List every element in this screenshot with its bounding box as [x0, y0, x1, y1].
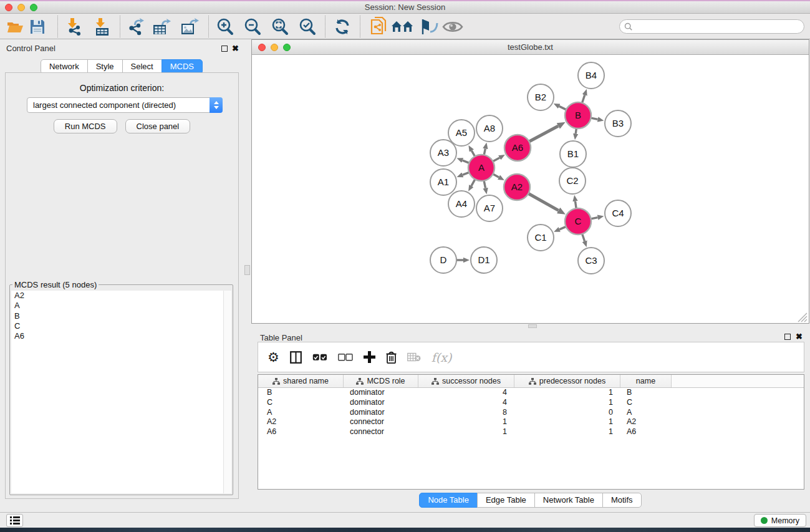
network-graph[interactable]: B4B2BB3A8A5A6A3B1AC2A1A2A4A7C4CC1C3DD1 [252, 55, 809, 324]
network-node[interactable]: C3 [578, 248, 604, 274]
network-edge[interactable] [582, 234, 585, 241]
column-header-name[interactable]: name [620, 375, 672, 387]
network-node[interactable]: B1 [560, 141, 586, 167]
network-edge[interactable] [529, 126, 559, 142]
table-tab-network-table[interactable]: Network Table [534, 493, 603, 508]
table-cell[interactable]: 1 [514, 398, 620, 408]
open-file-icon[interactable] [5, 14, 25, 39]
show-columns-icon[interactable] [290, 351, 302, 364]
network-node[interactable]: A1 [430, 169, 456, 195]
network-node[interactable]: B3 [605, 110, 631, 137]
export-network-icon[interactable] [125, 14, 148, 39]
column-header-MCDS-role[interactable]: MCDS role [344, 375, 418, 387]
network-node[interactable]: A3 [430, 140, 456, 166]
network-edge[interactable] [484, 148, 485, 155]
table-row[interactable]: Adominator80A [258, 408, 804, 418]
result-list-item[interactable]: A [11, 301, 231, 311]
table-cell[interactable]: dominator [344, 388, 418, 398]
result-list-item[interactable]: A6 [11, 331, 231, 341]
table-cell[interactable]: C [620, 398, 672, 408]
export-table-icon[interactable] [150, 14, 173, 39]
network-node[interactable]: D1 [471, 247, 497, 273]
vertical-splitter-grip[interactable] [244, 265, 250, 275]
table-cell[interactable]: connector [344, 417, 418, 427]
duplicate-network-icon[interactable] [367, 14, 390, 39]
network-edge[interactable] [484, 181, 485, 188]
column-header-predecessor-nodes[interactable]: predecessor nodes [514, 375, 620, 387]
network-node[interactable]: A8 [476, 115, 503, 142]
table-cell[interactable]: 1 [514, 427, 620, 437]
network-node[interactable]: D [430, 247, 456, 273]
criterion-select[interactable]: largest connected component (directed) [27, 97, 223, 113]
result-list-item[interactable]: C [11, 321, 231, 331]
horizontal-splitter[interactable] [251, 324, 810, 329]
network-edge[interactable] [471, 179, 475, 186]
table-cell[interactable]: dominator [344, 398, 418, 408]
network-node[interactable]: A5 [448, 120, 475, 146]
window-resize-grip[interactable] [798, 313, 807, 322]
table-settings-gear-icon[interactable]: ⚙ [268, 351, 279, 364]
table-tab-motifs[interactable]: Motifs [602, 493, 642, 508]
column-header-successor-nodes[interactable]: successor nodes [418, 375, 514, 387]
table-row[interactable]: Cdominator41C [258, 398, 804, 408]
table-row[interactable]: A2connector11A2 [258, 417, 804, 427]
network-edge[interactable] [559, 226, 566, 230]
table-float-icon[interactable] [784, 334, 791, 340]
network-node[interactable]: A6 [504, 135, 531, 161]
table-cell[interactable]: A6 [620, 427, 672, 437]
table-tab-node-table[interactable]: Node Table [419, 493, 478, 508]
show-all-networks-icon[interactable] [390, 14, 415, 39]
table-cell[interactable]: 0 [514, 408, 620, 418]
table-cell[interactable]: 1 [418, 427, 514, 437]
show-hide-eye-icon[interactable] [441, 14, 464, 39]
result-list-item[interactable]: B [11, 311, 231, 321]
table-cell[interactable]: 1 [514, 417, 620, 427]
network-edge[interactable] [591, 218, 598, 219]
zoom-selected-icon[interactable] [297, 14, 318, 39]
network-node[interactable]: A2 [504, 174, 530, 200]
network-node[interactable]: C4 [605, 200, 631, 226]
close-panel-button[interactable]: Close panel [125, 119, 191, 133]
import-table-icon[interactable] [91, 14, 113, 39]
zoom-fit-icon[interactable] [269, 14, 291, 39]
table-cell[interactable]: 4 [418, 398, 514, 408]
horizontal-splitter-grip[interactable] [528, 324, 537, 328]
network-edge[interactable] [582, 95, 585, 103]
network-node[interactable]: B2 [528, 84, 554, 110]
network-edge[interactable] [591, 118, 598, 119]
network-canvas[interactable]: B4B2BB3A8A5A6A3B1AC2A1A2A4A7C4CC1C3DD1 [252, 55, 809, 323]
network-edge[interactable] [493, 174, 499, 177]
table-cell[interactable]: dominator [344, 408, 418, 418]
table-row[interactable]: Bdominator41B [258, 388, 804, 398]
network-node[interactable]: B4 [578, 62, 604, 89]
main-titlebar[interactable]: Session: New Session [0, 1, 810, 14]
zoom-out-icon[interactable] [242, 14, 263, 39]
network-edge[interactable] [463, 172, 469, 175]
table-cell[interactable]: connector [344, 427, 418, 437]
deselect-all-rows-icon[interactable] [338, 354, 353, 361]
network-node[interactable]: A [468, 155, 494, 181]
column-header-shared-name[interactable]: shared name [258, 375, 344, 387]
network-edge[interactable] [463, 160, 470, 163]
table-close-icon[interactable]: ✖ [796, 332, 803, 341]
import-network-icon[interactable] [64, 14, 86, 39]
task-history-button[interactable] [6, 514, 23, 527]
result-list-item[interactable]: A2 [11, 291, 231, 301]
table-cell[interactable]: A2 [620, 417, 672, 427]
table-cell[interactable]: C [258, 398, 344, 408]
network-node[interactable]: B [565, 102, 591, 128]
delete-table-icon[interactable] [407, 352, 421, 362]
refresh-layout-icon[interactable] [332, 14, 353, 39]
table-cell[interactable]: A [258, 408, 344, 418]
network-node[interactable]: A7 [476, 195, 503, 221]
hide-others-icon[interactable] [418, 14, 440, 39]
network-edge[interactable] [576, 201, 577, 209]
export-image-icon[interactable] [178, 14, 201, 39]
table-cell[interactable]: B [620, 388, 672, 398]
network-edge[interactable] [559, 106, 566, 110]
function-builder-icon[interactable]: f(x) [432, 351, 452, 364]
mcds-result-list[interactable]: A2ABCA6 [11, 291, 231, 493]
select-all-rows-icon[interactable] [312, 354, 327, 361]
network-edge[interactable] [471, 151, 475, 157]
network-edge[interactable] [576, 128, 576, 133]
